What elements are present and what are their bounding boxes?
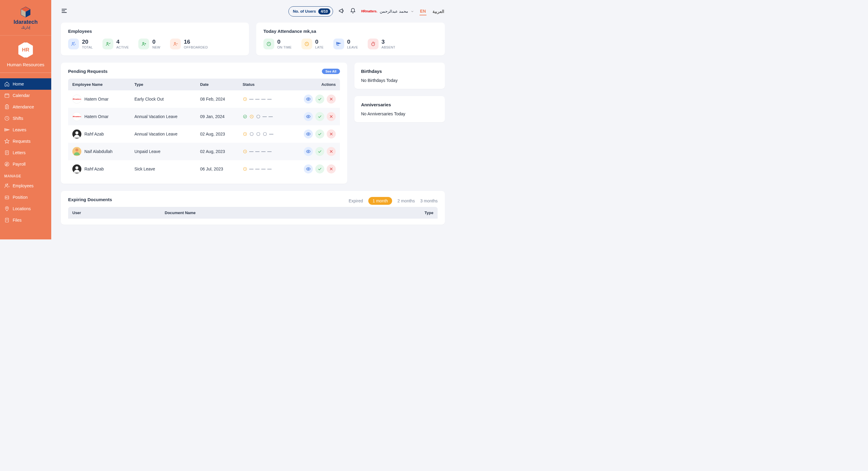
avatar [72,130,82,138]
eye-icon [306,167,311,171]
svg-point-26 [308,116,309,117]
nav-home[interactable]: Home [0,78,51,90]
topbar: No. of Users4/10 HRmatters. محمد عبدالرح… [51,0,455,23]
view-button[interactable] [304,164,313,173]
tab-2months[interactable]: 2 months [398,198,415,203]
star-icon [4,138,10,144]
user-count-pill[interactable]: No. of Users4/10 [288,6,333,16]
reject-button[interactable] [327,130,336,138]
main: No. of Users4/10 HRmatters. محمد عبدالرح… [51,0,455,239]
view-button[interactable] [304,95,313,104]
expiring-tabs: Expired 1 month 2 months 3 months [349,197,438,205]
nav-position[interactable]: Position [0,192,51,203]
avatar [72,147,82,156]
request-date: 08 Feb, 2024 [196,90,239,108]
clock-icon [304,41,310,47]
home-icon [4,81,10,87]
x-icon [329,167,334,171]
tab-3months[interactable]: 3 months [420,198,438,203]
nav-employees[interactable]: Employees [0,180,51,192]
request-type: Annual Vacation Leave [130,125,196,143]
x-icon [329,114,334,119]
x-icon [329,132,334,136]
svg-point-14 [72,42,74,44]
lang-en[interactable]: EN [420,7,427,15]
table-row: Rahf AzabSick Leave06 Jul, 2023———— [68,160,340,178]
calendar-icon [4,93,10,98]
nav-calendar[interactable]: Calendar [0,90,51,101]
svg-point-25 [257,115,260,119]
nav-shifts[interactable]: Shifts [0,113,51,124]
svg-point-9 [5,184,7,186]
svg-point-29 [250,133,253,136]
nav-locations[interactable]: Locations [0,203,51,214]
nav-requests[interactable]: Requests [0,136,51,147]
approve-button[interactable] [315,95,324,104]
hr-icon: HR [17,41,34,59]
svg-point-38 [308,168,309,170]
nav-files[interactable]: Files [0,214,51,226]
anniversaries-title: Anniversaries [361,102,438,107]
announce-button[interactable] [338,8,344,15]
user-menu[interactable]: HRmatters. محمد عبدالرحمن [361,9,414,13]
col-status: Status [239,78,288,90]
nav-leaves[interactable]: Leaves [0,124,51,136]
check-icon [317,149,322,154]
svg-point-12 [6,207,7,209]
nav-section-manage: MANAGE [0,170,51,180]
view-button[interactable] [304,112,313,121]
status-icons: ———— [243,149,284,154]
avatar: HRmatters. [72,95,82,104]
request-type: Annual Vacation Leave [130,108,196,125]
svg-point-33 [75,148,79,152]
side-column: Birthdays No Birthdays Today Anniversari… [354,63,445,184]
nav-payroll[interactable]: Payroll [0,159,51,170]
approve-button[interactable] [315,164,324,173]
notifications-button[interactable] [350,8,356,15]
stopwatch-icon [370,41,376,47]
pending-title: Pending Requests [68,69,340,74]
lang-ar[interactable]: العربية [432,8,445,15]
reject-button[interactable] [327,147,336,156]
approve-button[interactable] [315,130,324,138]
approve-button[interactable] [315,112,324,121]
col-user: User [68,207,161,218]
eye-icon [306,114,311,119]
request-date: 06 Jul, 2023 [196,160,239,178]
sidebar: Idaratech إدارتك HR Human Resources Home… [0,0,51,239]
reject-button[interactable] [327,95,336,104]
clock-icon [266,41,272,47]
svg-point-27 [75,131,79,134]
svg-point-30 [257,133,260,136]
user-minus-icon [173,41,178,47]
svg-point-36 [75,166,79,169]
tab-1month[interactable]: 1 month [368,197,392,205]
approve-button[interactable] [315,147,324,156]
nav-letters[interactable]: Letters [0,147,51,159]
col-actions: Actions [288,78,340,90]
reject-button[interactable] [327,164,336,173]
nav-attendance[interactable]: Attendance [0,101,51,113]
eye-icon [306,132,311,136]
see-all-button[interactable]: See All [322,69,340,74]
table-row: HRmatters.Hatem OmarEarly Clock Out08 Fe… [68,90,340,108]
attendance-card: Today Attendance mk,sa 0ON TIME 0LATE 0L… [256,23,445,56]
menu-toggle[interactable] [61,7,67,15]
clipboard-icon [4,104,10,110]
employee-name: Rahf Azab [84,167,104,171]
view-button[interactable] [304,147,313,156]
birthdays-empty: No Birthdays Today [361,78,438,83]
col-date: Date [196,78,239,90]
anniversaries-empty: No Anniversaries Today [361,111,438,116]
request-date: 09 Jan, 2024 [196,108,239,125]
tab-expired[interactable]: Expired [349,198,363,203]
reject-button[interactable] [327,112,336,121]
coin-icon [4,161,10,167]
pending-requests-card: Pending Requests See All Employee Name T… [61,63,347,184]
user-name: محمد عبدالرحمن [380,9,408,13]
table-row: Rahf AzabAnnual Vacation Leave02 Aug, 20… [68,125,340,143]
svg-point-32 [308,133,309,135]
request-date: 02 Aug, 2023 [196,143,239,160]
stat-absent: 3ABSENT [368,38,396,49]
view-button[interactable] [304,130,313,138]
